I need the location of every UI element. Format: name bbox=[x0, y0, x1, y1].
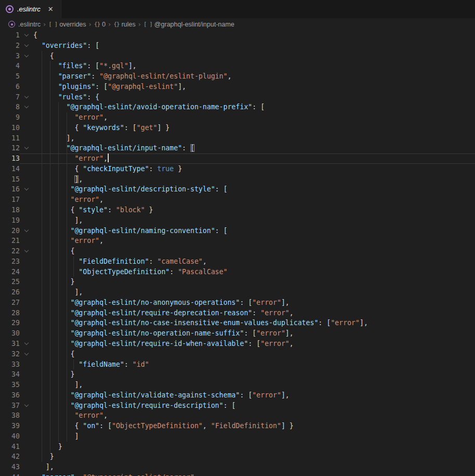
code-line[interactable]: 3 { bbox=[0, 51, 475, 61]
line-number: 21 bbox=[0, 236, 20, 246]
code-line-content: { "keywords": ["get"] } bbox=[33, 123, 170, 133]
code-line[interactable]: 32 { bbox=[0, 349, 475, 359]
line-number: 43 bbox=[0, 462, 20, 472]
code-line[interactable]: 20 "@graphql-eslint/naming-convention": … bbox=[0, 226, 475, 236]
code-line[interactable]: 30 "@graphql-eslint/no-operation-name-su… bbox=[0, 328, 475, 339]
code-line[interactable]: 2 "overrides": [ bbox=[0, 41, 475, 51]
code-line[interactable]: 7 "rules": { bbox=[0, 92, 475, 102]
code-line[interactable]: 6 "plugins": ["@graphql-eslint"], bbox=[0, 82, 475, 92]
breadcrumb-item[interactable]: [ ]overrides bbox=[48, 21, 86, 28]
chevron-down-icon[interactable] bbox=[24, 352, 29, 357]
breadcrumb-item[interactable]: {}rules bbox=[113, 21, 135, 28]
code-line-content: "@graphql-eslint/no-case-insensitive-enu… bbox=[33, 318, 368, 328]
chevron-down-icon[interactable] bbox=[24, 33, 29, 38]
code-line[interactable]: 43 ], bbox=[0, 462, 475, 472]
chevron-down-icon[interactable] bbox=[24, 43, 29, 48]
code-line[interactable]: 15 ], bbox=[0, 174, 475, 185]
tab-label: .eslintrc bbox=[17, 5, 41, 13]
code-line[interactable]: 42 } bbox=[0, 452, 475, 462]
code-line[interactable]: 22 { bbox=[0, 246, 475, 256]
code-line[interactable]: 25 } bbox=[0, 277, 475, 287]
chevron-down-icon[interactable] bbox=[24, 95, 29, 100]
breadcrumb-item[interactable]: [ ]@graphql-eslint/input-name bbox=[144, 21, 235, 28]
chevron-down-icon[interactable] bbox=[24, 54, 29, 59]
code-line[interactable]: 39 { "on": ["ObjectTypeDefinition", "Fie… bbox=[0, 421, 475, 431]
chevron-down-icon[interactable] bbox=[24, 146, 29, 151]
close-icon[interactable]: ✕ bbox=[46, 5, 56, 14]
code-line[interactable]: 41 } bbox=[0, 442, 475, 452]
symbol-object-icon: {} bbox=[94, 21, 100, 28]
code-line[interactable]: 1{ bbox=[0, 30, 475, 41]
code-line[interactable]: 33 "fieldName": "id" bbox=[0, 359, 475, 370]
breadcrumb-path: ›[ ]overrides›{}0›{}rules›[ ]@graphql-es… bbox=[41, 20, 234, 28]
code-line[interactable]: 19 ], bbox=[0, 215, 475, 226]
symbol-array-icon: [ ] bbox=[144, 21, 152, 28]
chevron-down-icon[interactable] bbox=[24, 187, 29, 192]
code-line[interactable]: 11 ], bbox=[0, 133, 475, 144]
symbol-array-icon: [ ] bbox=[48, 21, 57, 28]
line-number: 44 bbox=[0, 472, 20, 476]
chevron-down-icon[interactable] bbox=[24, 403, 29, 408]
code-line[interactable]: 31 "@graphql-eslint/require-id-when-avai… bbox=[0, 339, 475, 349]
code-line-content: "error", bbox=[33, 153, 109, 164]
code-line-content: } bbox=[33, 442, 62, 452]
line-number: 17 bbox=[0, 195, 20, 205]
chevron-right-icon: › bbox=[89, 20, 92, 28]
code-line[interactable]: 27 "@graphql-eslint/no-anonymous-operati… bbox=[0, 298, 475, 308]
code-line[interactable]: 44 "parser": "@typescript-eslint/parser" bbox=[0, 472, 475, 476]
code-line[interactable]: 4 "files": ["*.gql"], bbox=[0, 61, 475, 71]
code-line[interactable]: 37 "@graphql-eslint/require-description"… bbox=[0, 401, 475, 411]
tab-eslintrc[interactable]: .eslintrc ✕ bbox=[0, 0, 61, 18]
breadcrumb-item[interactable]: {}0 bbox=[94, 21, 106, 28]
code-line[interactable]: 9 "error", bbox=[0, 112, 475, 123]
code-line-content: ] bbox=[33, 431, 79, 442]
code-line[interactable]: 18 { "style": "block" } bbox=[0, 205, 475, 215]
line-number: 14 bbox=[0, 164, 20, 174]
code-line-content: { bbox=[33, 246, 74, 256]
code-line-content: "error", bbox=[33, 112, 108, 123]
code-line[interactable]: 34 } bbox=[0, 369, 475, 380]
code-line-content: ], bbox=[33, 174, 83, 185]
code-line[interactable]: 23 "FieldDefinition": "camelCase", bbox=[0, 256, 475, 267]
code-line[interactable]: 28 "@graphql-eslint/require-deprecation-… bbox=[0, 308, 475, 318]
code-line-content: } bbox=[33, 452, 54, 462]
code-line[interactable]: 12 "@graphql-eslint/input-name": [ bbox=[0, 143, 475, 153]
code-line[interactable]: 17 "error", bbox=[0, 195, 475, 205]
code-line-content: { bbox=[33, 30, 37, 41]
code-line[interactable]: 38 "error", bbox=[0, 410, 475, 421]
code-line-content: "@graphql-eslint/validate-against-schema… bbox=[33, 390, 289, 401]
line-number: 27 bbox=[0, 298, 20, 308]
breadcrumb-item-file[interactable]: .eslintrc bbox=[8, 21, 41, 28]
code-line-content: ], bbox=[33, 462, 54, 472]
code-line[interactable]: 8 "@graphql-eslint/avoid-operation-name-… bbox=[0, 102, 475, 112]
code-line[interactable]: 35 ], bbox=[0, 380, 475, 390]
line-number: 32 bbox=[0, 349, 20, 359]
code-line[interactable]: 24 "ObjectTypeDefinition": "PascalCase" bbox=[0, 267, 475, 277]
code-line-content: "FieldDefinition": "camelCase", bbox=[33, 256, 207, 267]
code-line-content: "ObjectTypeDefinition": "PascalCase" bbox=[33, 267, 227, 277]
line-number: 33 bbox=[0, 359, 20, 370]
code-line[interactable]: 40 ] bbox=[0, 431, 475, 442]
code-line-content: "error", bbox=[33, 410, 108, 421]
chevron-down-icon[interactable] bbox=[24, 228, 29, 234]
line-number: 20 bbox=[0, 226, 20, 236]
code-line[interactable]: 36 "@graphql-eslint/validate-against-sch… bbox=[0, 390, 475, 401]
code-line[interactable]: 26 ], bbox=[0, 287, 475, 298]
chevron-down-icon[interactable] bbox=[24, 105, 29, 110]
breadcrumb: .eslintrc ›[ ]overrides›{}0›{}rules›[ ]@… bbox=[0, 18, 475, 30]
code-line[interactable]: 5 "parser": "@graphql-eslint/eslint-plug… bbox=[0, 71, 475, 82]
chevron-down-icon[interactable] bbox=[24, 341, 29, 346]
code-line[interactable]: 29 "@graphql-eslint/no-case-insensitive-… bbox=[0, 318, 475, 328]
code-line[interactable]: 13 "error", bbox=[0, 153, 475, 164]
vscode-window: .eslintrc ✕ .eslintrc ›[ ]overrides›{}0›… bbox=[0, 0, 475, 476]
code-line-content: "@graphql-eslint/require-description": [ bbox=[33, 401, 236, 411]
text-cursor bbox=[108, 153, 109, 162]
line-number: 7 bbox=[0, 92, 20, 102]
line-number: 11 bbox=[0, 133, 20, 144]
chevron-down-icon[interactable] bbox=[24, 249, 29, 254]
code-line[interactable]: 21 "error", bbox=[0, 236, 475, 246]
code-line[interactable]: 16 "@graphql-eslint/description-style": … bbox=[0, 184, 475, 195]
code-editor[interactable]: 1{2 "overrides": [3 {4 "files": ["*.gql"… bbox=[0, 30, 475, 476]
code-line[interactable]: 10 { "keywords": ["get"] } bbox=[0, 123, 475, 133]
code-line[interactable]: 14 { "checkInputType": true } bbox=[0, 164, 475, 174]
